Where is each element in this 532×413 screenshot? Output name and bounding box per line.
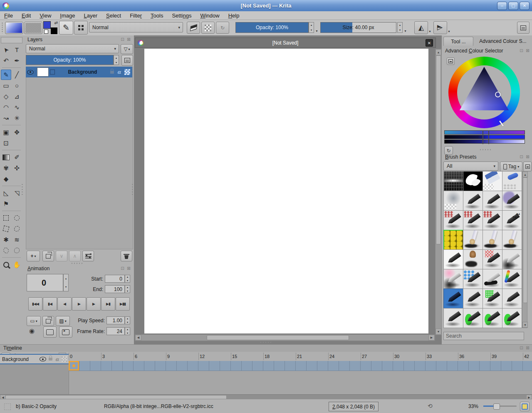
scroll-right-arrow[interactable]: ▶ [428, 335, 435, 341]
layer-opacity-spinbox[interactable]: ▴▾ [114, 55, 119, 65]
gradient-chooser-button[interactable] [5, 22, 23, 34]
update-color-button[interactable]: ↻ [444, 146, 453, 155]
brush-preset-26[interactable] [463, 289, 483, 309]
layer-view-mode-button[interactable] [121, 55, 133, 66]
freehand-brush-tool[interactable]: ✎ [1, 70, 11, 80]
timeline-frame-5[interactable] [123, 361, 134, 371]
layer-inherit-alpha-icon[interactable] [124, 69, 130, 75]
preset-search-input[interactable] [443, 332, 524, 340]
brush-preset-9[interactable] [443, 210, 463, 230]
swap-colors-icon[interactable]: ⇄ [54, 20, 58, 25]
timeline-frame-21[interactable] [296, 361, 307, 371]
duplicate-layer-button[interactable] [42, 251, 54, 261]
timeline-frame-3[interactable] [101, 361, 112, 371]
layer-onion-icon[interactable] [62, 356, 67, 362]
timeline-frame-14[interactable] [220, 361, 231, 371]
timeline-frame-35[interactable] [447, 361, 458, 371]
timeline-layer-row-background[interactable]: Background α [0, 354, 69, 364]
brush-preset-17[interactable] [443, 249, 463, 269]
play-button[interactable]: ▶ [72, 297, 86, 311]
docker-splitter[interactable] [479, 149, 491, 151]
timeline-ruler[interactable]: 03691215182124273033363942 [69, 352, 532, 361]
layer-thumbnail[interactable] [37, 67, 49, 77]
blending-mode-combobox[interactable]: Normal ▾ [89, 22, 183, 32]
menu-edit[interactable]: Edit [22, 12, 31, 19]
calligraphy-tool[interactable]: ✒ [12, 55, 22, 66]
zoom-slider-track[interactable] [483, 406, 517, 407]
menu-tools[interactable]: Tools [151, 12, 163, 19]
zoom-tool[interactable] [1, 259, 11, 270]
timeline-frame-19[interactable] [274, 361, 285, 371]
timeline-frame-32[interactable] [415, 361, 426, 371]
brush-preset-19[interactable] [483, 249, 502, 269]
current-frame-spinbox[interactable]: ▴▾ [63, 274, 69, 291]
tab-advanced-colour-selector[interactable]: Advanced Colour S... [474, 37, 532, 45]
close-button[interactable]: ✕ [520, 2, 530, 10]
preset-scrollbar[interactable]: ▲ ▼ [522, 171, 527, 328]
display-settings-button[interactable] [523, 162, 532, 172]
size-spinbox[interactable]: ▴▾ [397, 22, 403, 33]
spin-up-button[interactable]: ▴ [125, 286, 130, 289]
close-docker-icon[interactable]: ⊠ [126, 37, 131, 42]
end-spinbox[interactable]: ▴▾ [125, 285, 130, 293]
spin-down-button[interactable]: ▾ [398, 27, 402, 32]
start-spinbox[interactable]: ▴▾ [125, 275, 130, 283]
layer-filter-button[interactable]: ▽ ▾ [121, 44, 133, 54]
brush-preset-4[interactable] [502, 171, 522, 191]
timeline-frame-11[interactable] [188, 361, 198, 371]
float-docker-icon[interactable]: ⊡ [519, 154, 524, 159]
opacity-spinbox[interactable]: ▴▾ [309, 22, 314, 33]
similar-color-selection-tool[interactable]: ≋ [12, 234, 22, 245]
timeline-frame-28[interactable] [371, 361, 382, 371]
menu-file[interactable]: File [4, 12, 13, 19]
line-tool[interactable]: ╱ [12, 70, 22, 80]
mirror-horizontal-button[interactable]: ◭ [414, 21, 428, 34]
select-shapes-tool[interactable]: ➤ [1, 45, 11, 55]
menu-filter[interactable]: Filter [130, 12, 142, 19]
timeline-frame-40[interactable] [501, 361, 512, 371]
scrollbar-thumb[interactable] [207, 335, 349, 340]
brush-preset-29[interactable] [443, 308, 463, 328]
gradient-tool[interactable] [1, 152, 11, 162]
close-docker-icon[interactable]: ⊠ [126, 266, 131, 271]
layer-alpha-lock-icon[interactable]: α [55, 356, 59, 362]
bezier-curve-tool[interactable]: ◠ [1, 102, 11, 112]
scrollbar-thumb[interactable] [523, 177, 527, 303]
edit-brush-settings-button[interactable]: ✎ [59, 21, 73, 35]
timeline-frame-9[interactable] [166, 361, 177, 371]
reset-colors-swatch[interactable] [44, 30, 48, 34]
transform-tool[interactable]: ▣ [1, 127, 11, 137]
timeline-frame-12[interactable] [198, 361, 209, 371]
timeline-frame-29[interactable] [382, 361, 393, 371]
multibrush-tool[interactable]: ✳ [12, 113, 22, 123]
brush-preset-1[interactable] [443, 171, 463, 191]
timeline-frame-20[interactable] [285, 361, 296, 371]
crop-tool[interactable]: ⊡ [1, 138, 11, 148]
move-layer-down-button[interactable]: ∨ [56, 251, 67, 261]
menu-select[interactable]: Select [106, 12, 121, 19]
canvas-vertical-scrollbar[interactable]: ▲ ▼ [435, 49, 442, 335]
timeline-frame-15[interactable] [231, 361, 242, 371]
timeline-frame-27[interactable] [361, 361, 371, 371]
canvas-close-button[interactable]: ✕ [426, 39, 433, 47]
float-docker-icon[interactable]: ⊡ [519, 48, 524, 53]
timeline-frame-23[interactable] [317, 361, 328, 371]
minimize-button[interactable]: – [497, 2, 507, 10]
brush-preset-30[interactable] [463, 308, 483, 328]
docker-splitter[interactable] [131, 183, 134, 195]
move-layer-up-button[interactable]: ∧ [69, 251, 81, 261]
layer-visibility-icon[interactable] [27, 70, 34, 75]
scroll-down-arrow[interactable]: ▼ [522, 322, 528, 328]
mirror-vertical-dropdown[interactable]: ▾ [447, 21, 451, 33]
size-options-dropdown[interactable]: ▾ [403, 22, 407, 33]
brush-preset-32[interactable] [502, 308, 522, 328]
copy-frame-button[interactable] [42, 316, 54, 326]
timeline-frame-34[interactable] [436, 361, 447, 371]
skip-to-end-button[interactable]: ▶▮▮ [116, 297, 130, 311]
rectangle-tool[interactable]: ▭ [1, 80, 11, 91]
timeline-frame-16[interactable] [242, 361, 252, 371]
spin-down-button[interactable]: ▾ [125, 321, 130, 324]
brush-preset-14[interactable] [463, 230, 483, 250]
layer-blending-mode-combobox[interactable]: Normal ▾ [26, 44, 119, 53]
edit-shapes-tool[interactable]: ↶ [1, 55, 11, 66]
